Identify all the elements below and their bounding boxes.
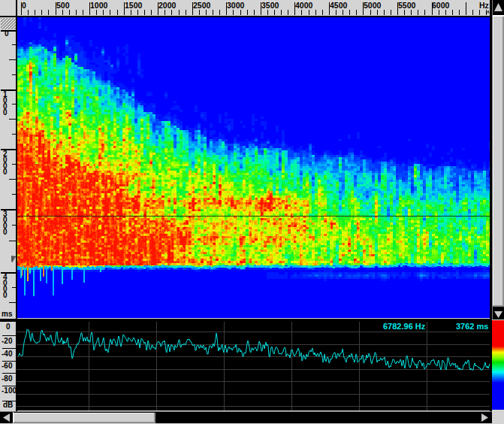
svg-text:0: 0 xyxy=(3,228,8,236)
svg-text:5500: 5500 xyxy=(398,1,416,10)
svg-text:4500: 4500 xyxy=(330,1,348,10)
svg-text:1500: 1500 xyxy=(125,1,143,10)
svg-text:5000: 5000 xyxy=(364,1,382,10)
svg-text:2000: 2000 xyxy=(158,1,177,10)
svg-text:2500: 2500 xyxy=(193,1,211,10)
svg-text:4000: 4000 xyxy=(295,1,313,10)
svg-text:0: 0 xyxy=(3,168,8,176)
svg-text:3500: 3500 xyxy=(261,1,279,10)
svg-text:dB: dB xyxy=(3,401,13,409)
svg-text:-40: -40 xyxy=(2,350,13,358)
svg-text:0: 0 xyxy=(6,323,11,331)
svg-text:ms: ms xyxy=(2,310,13,318)
svg-text:6000: 6000 xyxy=(432,1,450,10)
svg-text:-80: -80 xyxy=(2,374,13,383)
svg-text:3762 ms: 3762 ms xyxy=(456,322,488,331)
svg-text:Hz: Hz xyxy=(479,1,489,10)
svg-text:-60: -60 xyxy=(2,362,13,370)
svg-text:0: 0 xyxy=(5,29,9,38)
svg-text:6782.96 Hz: 6782.96 Hz xyxy=(383,322,426,331)
svg-text:-20: -20 xyxy=(2,337,13,345)
svg-text:500: 500 xyxy=(56,1,70,10)
svg-text:0: 0 xyxy=(3,108,8,117)
svg-text:1000: 1000 xyxy=(90,1,108,10)
svg-text:3000: 3000 xyxy=(227,1,245,10)
svg-text:0: 0 xyxy=(22,1,26,10)
svg-text:-100: -100 xyxy=(2,386,17,395)
svg-text:0: 0 xyxy=(3,291,8,299)
